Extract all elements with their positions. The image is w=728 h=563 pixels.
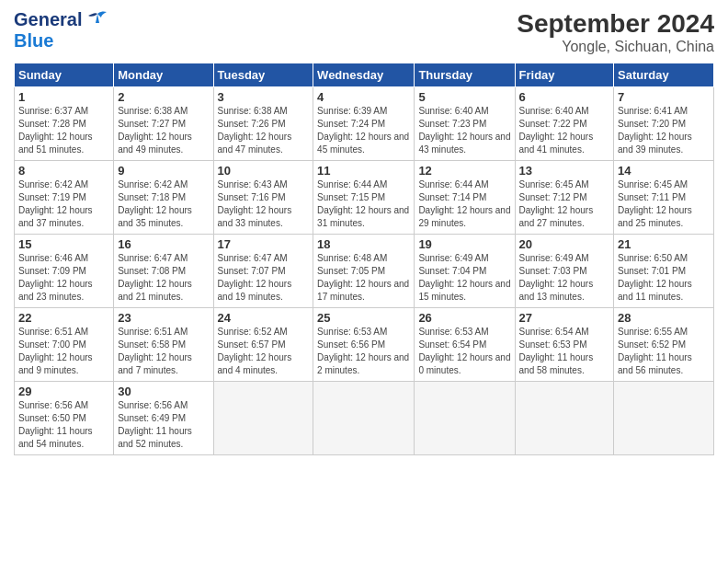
day-number: 16: [118, 237, 209, 251]
table-row: 26 Sunrise: 6:53 AMSunset: 6:54 PMDaylig…: [415, 308, 515, 382]
day-info: Sunrise: 6:53 AMSunset: 6:56 PMDaylight:…: [317, 327, 409, 375]
table-row: 28 Sunrise: 6:55 AMSunset: 6:52 PMDaylig…: [614, 308, 714, 382]
calendar-header-row: Sunday Monday Tuesday Wednesday Thursday…: [15, 63, 714, 87]
col-wednesday: Wednesday: [313, 63, 415, 87]
table-row: [213, 382, 313, 455]
page: General Blue September 2024 Yongle, Sich…: [0, 0, 728, 563]
table-row: 18 Sunrise: 6:48 AMSunset: 7:05 PMDaylig…: [313, 235, 415, 308]
day-info: Sunrise: 6:47 AMSunset: 7:08 PMDaylight:…: [118, 253, 192, 302]
day-number: 5: [418, 90, 510, 104]
day-info: Sunrise: 6:56 AMSunset: 6:49 PMDaylight:…: [118, 400, 192, 449]
week-row-4: 22 Sunrise: 6:51 AMSunset: 7:00 PMDaylig…: [15, 308, 714, 382]
logo-blue-text: Blue: [14, 30, 53, 52]
table-row: 29 Sunrise: 6:56 AMSunset: 6:50 PMDaylig…: [15, 382, 114, 455]
day-number: 15: [18, 237, 109, 251]
day-info: Sunrise: 6:45 AMSunset: 7:12 PMDaylight:…: [519, 179, 594, 228]
day-info: Sunrise: 6:42 AMSunset: 7:18 PMDaylight:…: [118, 179, 192, 228]
day-number: 4: [317, 90, 410, 104]
table-row: 22 Sunrise: 6:51 AMSunset: 7:00 PMDaylig…: [15, 308, 114, 382]
day-number: 2: [118, 90, 209, 104]
table-row: 5 Sunrise: 6:40 AMSunset: 7:23 PMDayligh…: [415, 87, 515, 161]
day-info: Sunrise: 6:49 AMSunset: 7:04 PMDaylight:…: [418, 253, 510, 302]
table-row: [614, 382, 714, 455]
table-row: 12 Sunrise: 6:44 AMSunset: 7:14 PMDaylig…: [415, 161, 515, 235]
table-row: 23 Sunrise: 6:51 AMSunset: 6:58 PMDaylig…: [114, 308, 213, 382]
day-number: 30: [118, 385, 209, 398]
day-number: 1: [18, 90, 109, 104]
logo: General Blue: [14, 9, 110, 52]
table-row: 13 Sunrise: 6:45 AMSunset: 7:12 PMDaylig…: [515, 161, 614, 235]
table-row: 3 Sunrise: 6:38 AMSunset: 7:26 PMDayligh…: [213, 87, 313, 161]
table-row: 1 Sunrise: 6:37 AMSunset: 7:28 PMDayligh…: [15, 87, 114, 161]
day-number: 23: [118, 311, 209, 325]
day-info: Sunrise: 6:44 AMSunset: 7:14 PMDaylight:…: [418, 179, 510, 228]
day-number: 3: [218, 90, 310, 104]
day-info: Sunrise: 6:51 AMSunset: 7:00 PMDaylight:…: [18, 327, 93, 375]
col-saturday: Saturday: [614, 63, 714, 87]
day-info: Sunrise: 6:52 AMSunset: 6:57 PMDaylight:…: [218, 327, 292, 375]
col-tuesday: Tuesday: [213, 63, 313, 87]
day-number: 12: [418, 164, 510, 178]
table-row: 8 Sunrise: 6:42 AMSunset: 7:19 PMDayligh…: [15, 161, 114, 235]
table-row: 30 Sunrise: 6:56 AMSunset: 6:49 PMDaylig…: [114, 382, 213, 455]
day-info: Sunrise: 6:46 AMSunset: 7:09 PMDaylight:…: [18, 253, 93, 302]
day-number: 11: [317, 164, 410, 178]
day-number: 22: [18, 311, 109, 325]
week-row-2: 8 Sunrise: 6:42 AMSunset: 7:19 PMDayligh…: [15, 161, 714, 235]
table-row: 7 Sunrise: 6:41 AMSunset: 7:20 PMDayligh…: [614, 87, 714, 161]
logo-general: General: [14, 9, 82, 30]
table-row: 10 Sunrise: 6:43 AMSunset: 7:16 PMDaylig…: [213, 161, 313, 235]
day-info: Sunrise: 6:48 AMSunset: 7:05 PMDaylight:…: [317, 253, 409, 302]
calendar-subtitle: Yongle, Sichuan, China: [517, 39, 714, 55]
day-number: 25: [317, 311, 410, 325]
col-thursday: Thursday: [415, 63, 515, 87]
table-row: 15 Sunrise: 6:46 AMSunset: 7:09 PMDaylig…: [15, 235, 114, 308]
day-info: Sunrise: 6:47 AMSunset: 7:07 PMDaylight:…: [218, 253, 292, 302]
day-info: Sunrise: 6:53 AMSunset: 6:54 PMDaylight:…: [418, 327, 510, 375]
day-info: Sunrise: 6:37 AMSunset: 7:28 PMDaylight:…: [18, 106, 93, 155]
title-block: September 2024 Yongle, Sichuan, China: [517, 9, 714, 55]
day-number: 9: [118, 164, 209, 178]
day-number: 29: [18, 385, 109, 398]
day-number: 24: [218, 311, 310, 325]
table-row: [313, 382, 415, 455]
table-row: 19 Sunrise: 6:49 AMSunset: 7:04 PMDaylig…: [415, 235, 515, 308]
day-number: 26: [418, 311, 510, 325]
day-info: Sunrise: 6:49 AMSunset: 7:03 PMDaylight:…: [519, 253, 594, 302]
day-info: Sunrise: 6:38 AMSunset: 7:27 PMDaylight:…: [118, 106, 192, 155]
day-info: Sunrise: 6:44 AMSunset: 7:15 PMDaylight:…: [317, 179, 409, 228]
day-info: Sunrise: 6:40 AMSunset: 7:22 PMDaylight:…: [519, 106, 594, 155]
table-row: 21 Sunrise: 6:50 AMSunset: 7:01 PMDaylig…: [614, 235, 714, 308]
day-number: 27: [519, 311, 610, 325]
day-info: Sunrise: 6:55 AMSunset: 6:52 PMDaylight:…: [618, 327, 692, 375]
day-number: 19: [418, 237, 510, 251]
week-row-3: 15 Sunrise: 6:46 AMSunset: 7:09 PMDaylig…: [15, 235, 714, 308]
col-monday: Monday: [114, 63, 213, 87]
table-row: 27 Sunrise: 6:54 AMSunset: 6:53 PMDaylig…: [515, 308, 614, 382]
day-number: 13: [519, 164, 610, 178]
day-number: 10: [218, 164, 310, 178]
logo-line: General: [14, 9, 110, 30]
day-info: Sunrise: 6:38 AMSunset: 7:26 PMDaylight:…: [218, 106, 292, 155]
col-friday: Friday: [515, 63, 614, 87]
day-number: 20: [519, 237, 610, 251]
table-row: 9 Sunrise: 6:42 AMSunset: 7:18 PMDayligh…: [114, 161, 213, 235]
day-number: 7: [618, 90, 710, 104]
table-row: [515, 382, 614, 455]
day-info: Sunrise: 6:40 AMSunset: 7:23 PMDaylight:…: [418, 106, 510, 155]
day-number: 18: [317, 237, 410, 251]
table-row: 4 Sunrise: 6:39 AMSunset: 7:24 PMDayligh…: [313, 87, 415, 161]
table-row: 6 Sunrise: 6:40 AMSunset: 7:22 PMDayligh…: [515, 87, 614, 161]
day-info: Sunrise: 6:50 AMSunset: 7:01 PMDaylight:…: [618, 253, 692, 302]
day-info: Sunrise: 6:41 AMSunset: 7:20 PMDaylight:…: [618, 106, 692, 155]
table-row: 24 Sunrise: 6:52 AMSunset: 6:57 PMDaylig…: [213, 308, 313, 382]
table-row: [415, 382, 515, 455]
calendar-title: September 2024: [517, 9, 714, 39]
table-row: 2 Sunrise: 6:38 AMSunset: 7:27 PMDayligh…: [114, 87, 213, 161]
day-number: 21: [618, 237, 710, 251]
table-row: 14 Sunrise: 6:45 AMSunset: 7:11 PMDaylig…: [614, 161, 714, 235]
day-number: 17: [218, 237, 310, 251]
day-number: 28: [618, 311, 710, 325]
day-info: Sunrise: 6:43 AMSunset: 7:16 PMDaylight:…: [218, 179, 292, 228]
header: General Blue September 2024 Yongle, Sich…: [14, 9, 714, 55]
